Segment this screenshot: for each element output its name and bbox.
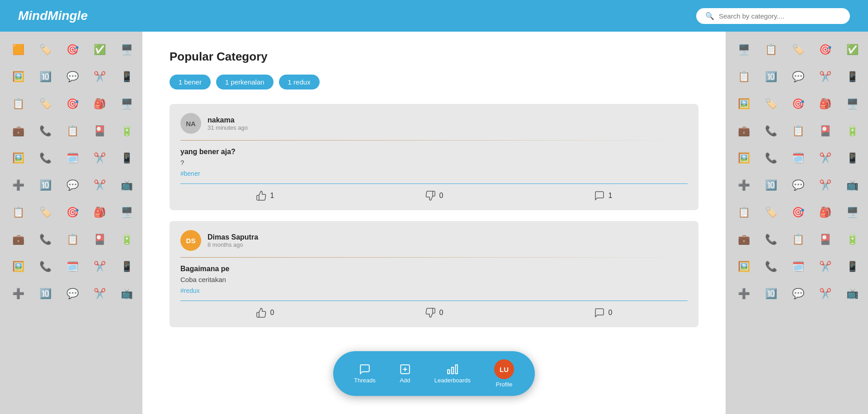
avatar-nakama: NA	[180, 113, 201, 134]
pattern-icon: 🏷️	[32, 199, 59, 226]
pattern-icon: 🏷️	[784, 36, 811, 63]
pattern-icon: 🖥️	[730, 36, 757, 63]
svg-rect-3	[455, 365, 457, 374]
pattern-icon: ➕	[5, 280, 32, 307]
thread-actions-2: 0 0 0	[180, 307, 688, 318]
pattern-icon: 📞	[757, 253, 784, 280]
pattern-icon: ✂️	[86, 253, 113, 280]
pill-perkenalan[interactable]: 1 perkenalan	[216, 75, 274, 89]
nav-add[interactable]: Add	[392, 361, 418, 386]
thread-card-2: DS Dimas Saputra 8 months ago Bagaimana …	[170, 221, 698, 327]
pattern-icon: 💬	[59, 63, 86, 90]
search-input[interactable]	[719, 12, 841, 20]
pattern-icon: 🔋	[113, 118, 140, 145]
app-header: MindMingle 🔍	[0, 0, 868, 32]
pattern-icon: 🎒	[86, 90, 113, 118]
pattern-icon: 📱	[839, 253, 866, 280]
pattern-icon: 🎴	[811, 118, 839, 145]
pill-redux[interactable]: 1 redux	[279, 75, 320, 89]
pattern-icon: 💼	[730, 118, 757, 145]
pattern-icon: 🎴	[86, 226, 113, 253]
thread-user-info-2: Dimas Saputra 8 months ago	[208, 233, 258, 248]
pattern-icon: 🎯	[59, 36, 86, 63]
pattern-icon: 🖥️	[113, 36, 140, 63]
thread-divider-1	[180, 140, 688, 141]
dislike-button-2[interactable]: 0	[349, 307, 519, 318]
pattern-icon: 🔋	[839, 118, 866, 145]
pattern-icon: 🎯	[784, 199, 811, 226]
comment-button-1[interactable]: 1	[519, 190, 688, 201]
pattern-icon: 📞	[757, 226, 784, 253]
pattern-icon: 🗓️	[784, 253, 811, 280]
like-button-2[interactable]: 0	[180, 307, 349, 318]
pattern-icon: 💼	[730, 226, 757, 253]
comment-icon-2	[594, 307, 605, 318]
thread-footer-divider-1	[180, 183, 688, 184]
thumbs-down-icon	[425, 190, 436, 201]
pattern-icon: 🔋	[839, 226, 866, 253]
svg-rect-4	[452, 367, 453, 374]
timestamp-1: 31 minutes ago	[208, 124, 248, 131]
pattern-icon: 🖼️	[730, 145, 757, 172]
pattern-icon: 🎯	[784, 90, 811, 118]
right-pattern-grid: 🖥️ 📋 🏷️ 🎯 ✅ 📋 🔟 💬 ✂️ 📱 🖼️ 🏷️ 🎯 🎒 🖥️ 💼 📞 …	[726, 32, 868, 312]
comment-button-2[interactable]: 0	[519, 307, 688, 318]
pattern-icon: 💬	[59, 172, 86, 199]
pattern-icon: 🖼️	[730, 253, 757, 280]
pattern-icon: 🔟	[32, 280, 59, 307]
left-pattern-grid: 🟧 🏷️ 🎯 ✅ 🖥️ 🖼️ 🔟 💬 ✂️ 📱 📋 🏷️ 🎯 🎒 🖥️ 💼 📞 …	[0, 32, 142, 312]
pattern-icon: ➕	[5, 172, 32, 199]
pattern-icon: ✂️	[86, 145, 113, 172]
nav-leaderboards[interactable]: Leaderboards	[427, 361, 478, 386]
thread-divider-2	[180, 257, 688, 258]
pattern-icon: ✅	[86, 36, 113, 63]
like-button-1[interactable]: 1	[180, 190, 349, 201]
right-pattern-bg: 🖥️ 📋 🏷️ 🎯 ✅ 📋 🔟 💬 ✂️ 📱 🖼️ 🏷️ 🎯 🎒 🖥️ 💼 📞 …	[726, 32, 868, 414]
pattern-icon: 📋	[59, 118, 86, 145]
pattern-icon: 📋	[757, 36, 784, 63]
avatar-dimas: DS	[180, 230, 201, 251]
comment-icon	[594, 190, 605, 201]
pattern-icon: ✂️	[86, 280, 113, 307]
search-bar[interactable]: 🔍	[696, 8, 850, 24]
pattern-icon: 🎴	[811, 226, 839, 253]
comment-count-2: 0	[609, 309, 613, 317]
pattern-icon: 💬	[59, 280, 86, 307]
pattern-icon: 🖼️	[5, 63, 32, 90]
pattern-icon: 📋	[730, 63, 757, 90]
pattern-icon: ➕	[730, 280, 757, 307]
pattern-icon: 🗓️	[59, 145, 86, 172]
pattern-icon: 💬	[784, 280, 811, 307]
thread-footer-divider-2	[180, 301, 688, 301]
pill-bener[interactable]: 1 bener	[170, 75, 211, 89]
pattern-icon: 📋	[784, 118, 811, 145]
pattern-icon: 🗓️	[784, 145, 811, 172]
thumbs-up-icon	[256, 190, 267, 201]
nav-profile[interactable]: LU Profile	[487, 357, 521, 390]
app-logo: MindMingle	[18, 9, 88, 23]
pattern-icon: 🏷️	[757, 90, 784, 118]
pattern-icon: 📞	[32, 253, 59, 280]
thumbs-down-icon-2	[425, 307, 436, 318]
svg-rect-5	[448, 370, 449, 374]
category-pills: 1 bener 1 perkenalan 1 redux	[170, 75, 698, 89]
thread-user-info-1: nakama 31 minutes ago	[208, 116, 248, 131]
pattern-icon: 📞	[757, 118, 784, 145]
pattern-icon: 📱	[113, 63, 140, 90]
dislike-button-1[interactable]: 0	[349, 190, 519, 201]
nav-add-label: Add	[400, 377, 410, 384]
like-count-1: 1	[270, 192, 274, 200]
pattern-icon: 🏷️	[32, 90, 59, 118]
pattern-icon: 📞	[32, 226, 59, 253]
pattern-icon: 📱	[113, 253, 140, 280]
profile-avatar: LU	[494, 359, 514, 379]
pattern-icon: ✂️	[811, 63, 839, 90]
pattern-icon: 💬	[784, 63, 811, 90]
threads-nav-icon	[359, 363, 371, 375]
pattern-icon: ✂️	[86, 63, 113, 90]
dislike-count-1: 0	[439, 192, 443, 200]
left-pattern-bg: 🟧 🏷️ 🎯 ✅ 🖥️ 🖼️ 🔟 💬 ✂️ 📱 📋 🏷️ 🎯 🎒 🖥️ 💼 📞 …	[0, 32, 142, 414]
pattern-icon: ➕	[730, 172, 757, 199]
nav-threads[interactable]: Threads	[347, 361, 383, 386]
pattern-icon: 🏷️	[757, 199, 784, 226]
